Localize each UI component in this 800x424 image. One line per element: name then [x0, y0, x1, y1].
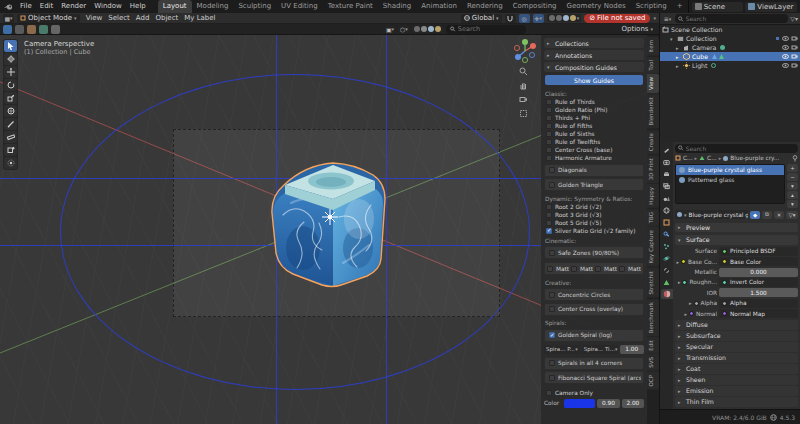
material-datablock-selector[interactable]: ▾ Blue-purple crystal glass: [675, 210, 748, 219]
collapsed-panel-header[interactable]: ▸Coat: [675, 364, 798, 374]
scene-collection-row[interactable]: Scene Collection: [660, 25, 800, 34]
checkbox[interactable]: [549, 250, 555, 256]
checkbox[interactable]: [549, 360, 555, 366]
viewport-menu-item[interactable]: Object: [152, 14, 181, 22]
viewport-menu-item[interactable]: My Label: [181, 14, 218, 22]
tab-modifiers[interactable]: [661, 229, 673, 239]
shading-material-icon[interactable]: [563, 15, 569, 21]
guide-checkbox-row[interactable]: Silver Ratio Grid (√2 family): [544, 227, 644, 235]
select-box-tool[interactable]: [4, 40, 17, 52]
base-color-input[interactable]: Base Color: [719, 257, 798, 266]
checkbox[interactable]: [546, 131, 552, 137]
quick-tool-icon-2[interactable]: [15, 25, 24, 34]
tab-tool[interactable]: [661, 145, 673, 155]
topbar-menu-item[interactable]: Help: [126, 0, 150, 13]
collapsed-panel-header[interactable]: ▸Diffuse: [675, 320, 798, 330]
tab-material[interactable]: [661, 289, 673, 299]
rotate-tool[interactable]: [4, 79, 17, 91]
outliner-display-mode-dropdown[interactable]: ≡▾: [662, 14, 673, 23]
measure-tool[interactable]: [4, 131, 17, 143]
shading-solid-icon[interactable]: [556, 15, 562, 21]
breadcrumb-item[interactable]: Blue-purple cry...: [730, 155, 779, 161]
hide-eye-icon[interactable]: [782, 45, 789, 50]
remove-slot-button[interactable]: −: [787, 173, 798, 181]
checkbox[interactable]: [546, 204, 552, 210]
viewport-search[interactable]: [446, 25, 526, 34]
add-slot-button[interactable]: +: [787, 164, 798, 172]
sidebar-tab[interactable]: Happy: [647, 184, 659, 208]
panel-collections[interactable]: ▸Collections: [544, 38, 644, 48]
gizmo-dropdown-button[interactable]: ✛▾: [533, 14, 544, 23]
scale-tool[interactable]: [4, 92, 17, 104]
navigation-gizmo[interactable]: [512, 38, 538, 64]
move-tool[interactable]: [4, 66, 17, 78]
guide-checkbox-row[interactable]: Root 5 Grid (√5): [544, 219, 644, 227]
tab-scene[interactable]: [661, 193, 673, 203]
move-slot-down-button[interactable]: ▾: [787, 200, 798, 208]
vp-shading-wireframe-icon[interactable]: [414, 26, 420, 32]
viewport-menu-item[interactable]: Select: [105, 14, 133, 22]
collection-checkbox[interactable]: [775, 36, 780, 41]
surface-input[interactable]: Principled BSDF: [719, 247, 798, 256]
pan-hand-icon[interactable]: [518, 80, 529, 90]
ior-slider[interactable]: 1.500: [719, 288, 798, 297]
spiral-scale-field[interactable]: 1.00: [620, 345, 644, 354]
guide-checkbox-row[interactable]: Rule of Sixths: [544, 130, 644, 138]
sidebar-tab[interactable]: 3D Print: [647, 155, 659, 183]
tab-physics[interactable]: [661, 253, 673, 263]
file-not-saved-badge[interactable]: ⊘ File not saved: [584, 14, 650, 23]
show-gizmo-toggle[interactable]: ▣▾: [384, 25, 395, 34]
guide-checkbox-row[interactable]: Diagonals: [547, 166, 641, 175]
vp-shading-solid-icon[interactable]: [421, 26, 427, 32]
camera-view-icon[interactable]: [518, 94, 529, 104]
checkbox[interactable]: [549, 182, 555, 188]
tab-world[interactable]: [661, 205, 673, 215]
blender-logo-icon[interactable]: [3, 2, 14, 11]
spiral-position-dropdown[interactable]: Spira... P...▾: [544, 345, 580, 354]
disable-render-icon[interactable]: [791, 45, 798, 50]
sidebar-tab[interactable]: SVS: [647, 354, 659, 371]
workspace-tab[interactable]: Compositing: [508, 0, 562, 13]
topbar-menu-item[interactable]: File: [16, 0, 36, 13]
tab-render[interactable]: [661, 157, 673, 167]
matte-checkbox[interactable]: Matt...: [595, 264, 617, 273]
checkbox[interactable]: [546, 228, 552, 234]
topbar-menu-item[interactable]: Edit: [36, 0, 58, 13]
collapsed-panel-header[interactable]: ▸Emission: [675, 386, 798, 396]
tab-output[interactable]: [661, 169, 673, 179]
viewport-menu-item[interactable]: Add: [133, 14, 153, 22]
editor-type-icon[interactable]: ▦▾: [3, 14, 14, 23]
panel-annotations[interactable]: ▸Annotations: [544, 50, 644, 60]
guide-checkbox-row[interactable]: Root 3 Grid (√3): [544, 211, 644, 219]
camera-only-row[interactable]: Camera Only: [544, 389, 644, 397]
safe-zones-row[interactable]: Safe Zones (90/80%): [547, 248, 641, 257]
sidebar-tab[interactable]: Tool: [647, 57, 659, 74]
topbar-menu-item[interactable]: Window: [90, 0, 126, 13]
snap-magnet-button[interactable]: [505, 14, 516, 23]
workspace-tab[interactable]: Shading: [378, 0, 416, 13]
checkbox[interactable]: [546, 147, 552, 153]
matte-checkbox[interactable]: Matt...: [571, 264, 593, 273]
checkbox[interactable]: [549, 375, 555, 381]
viewlayer-selector[interactable]: ViewLayer: [745, 2, 797, 12]
disable-render-icon[interactable]: [791, 63, 798, 68]
material-slot-row[interactable]: Patterned glass: [676, 175, 784, 185]
show-guides-button[interactable]: Show Guides: [545, 75, 643, 85]
workspace-tab[interactable]: Modeling: [192, 0, 234, 13]
disable-render-icon[interactable]: [791, 36, 798, 41]
disable-render-icon[interactable]: [791, 54, 798, 59]
checkbox[interactable]: [547, 266, 553, 272]
checkbox[interactable]: [619, 266, 625, 272]
link-filter-dropdown[interactable]: ▽▾: [786, 211, 798, 219]
collapsed-panel-header[interactable]: ▸Specular: [675, 342, 798, 352]
tab-particles[interactable]: [661, 241, 673, 251]
transform-orientation-dropdown[interactable]: Global ▾: [461, 14, 502, 23]
properties-search-input[interactable]: [686, 145, 795, 152]
collapsed-panel-header[interactable]: ▸Transmission: [675, 353, 798, 363]
sidebar-tab[interactable]: Stretchit: [647, 268, 659, 298]
sidebar-tab[interactable]: Edit: [647, 337, 659, 354]
checkbox[interactable]: [546, 139, 552, 145]
shading-wireframe-icon[interactable]: [549, 15, 555, 21]
guide-checkbox-row[interactable]: Root 2 Grid (√2): [544, 203, 644, 211]
tab-viewlayer[interactable]: [661, 181, 673, 191]
